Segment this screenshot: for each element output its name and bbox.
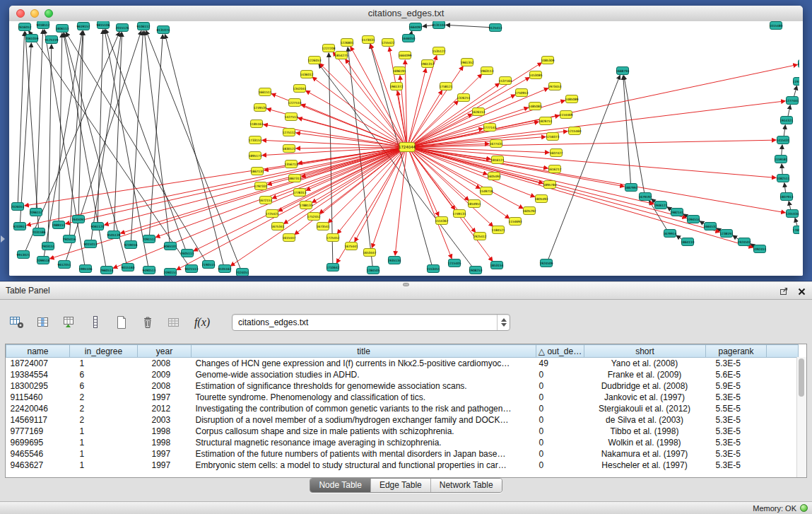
cell-name[interactable]: 22420046 [6, 403, 70, 414]
cell-short[interactable]: Franke et al. (2009) [584, 369, 706, 380]
graph-node[interactable]: 1201034 [785, 210, 799, 218]
cell-title[interactable]: Tourette syndrome. Phenomenology and cla… [192, 392, 536, 403]
graph-node[interactable]: 1758121 [439, 83, 452, 90]
graph-node[interactable]: 1925412 [473, 233, 486, 240]
graph-node[interactable]: 1864110 [681, 238, 694, 246]
graph-node[interactable]: 2061059 [25, 35, 38, 42]
cell-year[interactable]: 2008 [138, 380, 192, 392]
cell-filler[interactable] [767, 392, 799, 403]
cell-short[interactable]: de Silva et al. (2003) [584, 414, 706, 426]
graph-node[interactable]: 9505139 [107, 231, 120, 239]
graph-node[interactable]: 2026051 [11, 203, 24, 211]
row-options-icon[interactable] [86, 313, 105, 332]
close-window-button[interactable] [16, 9, 25, 18]
column-header-short[interactable]: short [584, 345, 706, 358]
graph-node[interactable]: 9105162 [218, 265, 231, 273]
table-row[interactable]: 1872400712008Changes of HCN gene express… [6, 358, 799, 370]
tab-edge-table[interactable]: Edge Table [370, 479, 430, 492]
cell-in_degree[interactable]: 1 [70, 448, 138, 460]
cell-filler[interactable] [767, 414, 799, 426]
graph-node[interactable]: 1284505 [366, 267, 379, 274]
graph-node[interactable]: 1696191 [392, 67, 406, 75]
cell-name[interactable]: 19384554 [6, 369, 70, 380]
cell-out_degree[interactable]: 0 [536, 369, 584, 380]
table-row[interactable]: 977716911998Corpus callosum shape and si… [6, 426, 799, 437]
cell-pagerank[interactable]: 5.6E-5 [706, 369, 767, 380]
delete-table-icon[interactable] [138, 313, 158, 332]
graph-node[interactable]: 1605493 [487, 173, 500, 180]
graph-node[interactable]: 2190515 [201, 261, 215, 269]
graph-node[interactable]: 9619157 [76, 23, 90, 30]
cell-title[interactable]: Disruption of a novel member of a sodium… [192, 414, 536, 426]
graph-node[interactable]: 1485089 [565, 95, 578, 103]
cell-in_degree[interactable]: 6 [70, 380, 138, 392]
cell-short[interactable]: Dudbridge et al. (2008) [584, 380, 706, 392]
graph-node[interactable]: 1216073 [546, 133, 559, 141]
cell-name[interactable]: 18724007 [6, 358, 70, 370]
graph-node[interactable]: 1797331 [254, 182, 267, 190]
graph-node[interactable]: 1085309 [541, 57, 554, 64]
column-header-in_degree[interactable]: in_degree [70, 345, 138, 358]
cell-in_degree[interactable]: 1 [70, 358, 138, 370]
table-select-dropdown[interactable]: citations_edges.txt [232, 314, 510, 331]
graph-node[interactable]: 1816121 [490, 156, 504, 164]
graph-node[interactable]: 1159581 [774, 156, 787, 163]
graph-node[interactable]: 1275112 [282, 129, 295, 136]
cell-short[interactable]: Nakamura et al. (1997) [584, 448, 706, 460]
graph-node[interactable]: 9125413 [488, 24, 502, 32]
graph-node[interactable]: 2605113 [180, 250, 194, 257]
cell-pagerank[interactable]: 5.3E-5 [706, 426, 767, 437]
graph-node[interactable]: 9021513 [184, 265, 198, 273]
graph-node[interactable]: 1924509 [539, 259, 553, 267]
cell-filler[interactable] [767, 426, 799, 437]
graph-node[interactable]: 1092451 [753, 245, 766, 253]
graph-node[interactable]: 1760413 [792, 226, 799, 234]
graph-node[interactable]: 1342041 [293, 85, 306, 93]
cell-pagerank[interactable]: 5.9E-5 [706, 380, 767, 392]
graph-node[interactable]: 1514367 [435, 217, 448, 225]
cell-pagerank[interactable]: 5.3E-5 [706, 448, 767, 460]
cell-pagerank[interactable]: 5.3E-5 [706, 392, 767, 403]
column-header-out_degree[interactable]: △ out_de… [536, 345, 584, 358]
graph-node[interactable]: 1227208 [322, 45, 335, 52]
graph-node[interactable]: 1673541 [316, 223, 329, 230]
graph-node[interactable]: 1197340 [792, 78, 799, 86]
cell-pagerank[interactable]: 5.5E-5 [706, 403, 767, 414]
graph-node[interactable]: 1219535 [253, 104, 266, 112]
panel-collapse-arrow-icon[interactable] [1, 235, 5, 243]
graph-node[interactable]: 9106112 [136, 23, 150, 30]
cell-filler[interactable] [767, 358, 799, 370]
import-table-icon[interactable] [59, 313, 79, 332]
column-header-title[interactable]: title [192, 345, 536, 358]
graph-node[interactable]: 1672151 [259, 197, 272, 204]
tab-network-table[interactable]: Network Table [430, 479, 502, 492]
cell-short[interactable]: Stergiakouli et al. (2012) [584, 403, 706, 414]
graph-node[interactable]: 1185163 [249, 120, 263, 128]
graph-node[interactable]: 1675441 [344, 243, 358, 250]
graph-node[interactable]: 1829751 [539, 117, 552, 125]
cell-in_degree[interactable]: 2 [70, 414, 138, 426]
graph-node[interactable]: 9125159 [45, 36, 58, 44]
graph-node[interactable]: 9490513 [142, 267, 155, 274]
graph-node[interactable]: 1427513 [284, 113, 298, 121]
cell-out_degree[interactable]: 0 [536, 392, 584, 403]
graph-node[interactable]: 1154469 [559, 111, 572, 119]
cell-title[interactable]: Embryonic stem cells: a model to study s… [192, 460, 536, 471]
graph-node[interactable]: 1664091 [408, 23, 422, 31]
graph-node[interactable]: 1961372 [389, 83, 403, 90]
graph-node[interactable]: 2645091 [71, 216, 85, 223]
graph-node[interactable]: 7905016 [62, 235, 76, 243]
column-header-year[interactable]: year [138, 345, 192, 358]
graph-node[interactable]: 1436012 [300, 71, 313, 78]
graph-node[interactable]: 8131074 [156, 26, 170, 34]
graph-node[interactable]: 1895173 [248, 152, 261, 160]
graph-node[interactable]: 2091512 [142, 235, 155, 243]
cell-filler[interactable] [767, 403, 799, 414]
cell-title[interactable]: Estimation of significance thresholds fo… [192, 380, 536, 392]
graph-hub-node[interactable]: 1724044 [399, 143, 416, 152]
function-builder-icon[interactable]: f(x) [190, 313, 214, 332]
cell-filler[interactable] [767, 437, 799, 448]
graph-node[interactable]: 9015160 [121, 264, 134, 271]
cell-out_degree[interactable]: 0 [536, 448, 584, 460]
graph-node[interactable]: 1646050 [401, 35, 415, 42]
